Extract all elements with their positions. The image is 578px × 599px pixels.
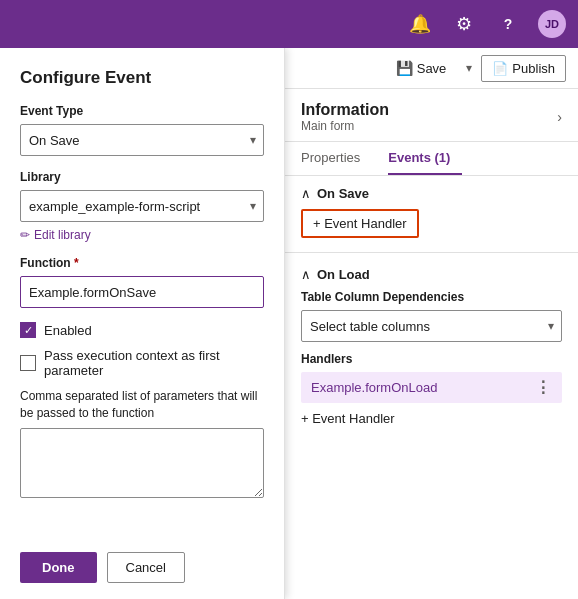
library-select-wrapper: example_example-form-script ▾ bbox=[20, 190, 264, 222]
event-type-select-wrapper: On Save ▾ bbox=[20, 124, 264, 156]
on-save-chevron-icon[interactable]: ∧ bbox=[301, 186, 311, 201]
tab-properties[interactable]: Properties bbox=[301, 142, 372, 175]
on-save-title: On Save bbox=[317, 186, 369, 201]
params-description: Comma separated list of parameters that … bbox=[20, 388, 264, 422]
publish-page-icon: 📄 bbox=[492, 61, 508, 76]
on-load-event-handler-button[interactable]: + Event Handler bbox=[301, 407, 562, 430]
on-save-handler-label: + Event Handler bbox=[313, 216, 407, 231]
bell-icon[interactable]: 🔔 bbox=[406, 10, 434, 38]
library-group: Library example_example-form-script ▾ ✏ … bbox=[20, 170, 264, 242]
on-save-section: ∧ On Save + Event Handler bbox=[285, 176, 578, 248]
pass-context-row: Pass execution context as first paramete… bbox=[20, 348, 264, 378]
params-group: Comma separated list of parameters that … bbox=[20, 388, 264, 501]
save-disk-icon: 💾 bbox=[396, 60, 413, 76]
pencil-icon: ✏ bbox=[20, 228, 30, 242]
event-type-select[interactable]: On Save bbox=[20, 124, 264, 156]
enabled-checkbox[interactable]: ✓ bbox=[20, 322, 36, 338]
params-textarea[interactable] bbox=[20, 428, 264, 498]
library-label: Library bbox=[20, 170, 264, 184]
section-divider bbox=[285, 252, 578, 253]
handler-row: Example.formOnLoad ⋮ bbox=[301, 372, 562, 403]
function-input[interactable] bbox=[20, 276, 264, 308]
info-text: Information Main form bbox=[301, 101, 389, 133]
info-subtitle: Main form bbox=[301, 119, 389, 133]
configure-event-panel: Configure Event Event Type On Save ▾ Lib… bbox=[0, 48, 285, 599]
save-dropdown-button[interactable]: ▾ bbox=[461, 55, 477, 81]
edit-library-link[interactable]: ✏ Edit library bbox=[20, 228, 264, 242]
pass-context-label: Pass execution context as first paramete… bbox=[44, 348, 264, 378]
toolbar: 💾 Save ▾ 📄 Publish bbox=[285, 48, 578, 89]
edit-library-label: Edit library bbox=[34, 228, 91, 242]
on-load-handler-label: + Event Handler bbox=[301, 411, 395, 426]
info-title: Information bbox=[301, 101, 389, 119]
header-bar: 🔔 ⚙ ? JD bbox=[0, 0, 578, 48]
event-type-group: Event Type On Save ▾ bbox=[20, 104, 264, 156]
on-save-header: ∧ On Save bbox=[301, 186, 562, 201]
table-col-select[interactable]: Select table columns bbox=[301, 310, 562, 342]
handlers-label: Handlers bbox=[301, 352, 562, 366]
table-col-label: Table Column Dependencies bbox=[301, 290, 562, 304]
on-load-title: On Load bbox=[317, 267, 370, 282]
save-label: Save bbox=[417, 61, 447, 76]
on-load-chevron-icon[interactable]: ∧ bbox=[301, 267, 311, 282]
table-col-select-wrapper: Select table columns ▾ bbox=[301, 310, 562, 342]
on-load-header: ∧ On Load bbox=[301, 267, 562, 282]
pass-context-checkbox[interactable] bbox=[20, 355, 36, 371]
event-type-label: Event Type bbox=[20, 104, 264, 118]
handler-menu-icon[interactable]: ⋮ bbox=[535, 378, 552, 397]
library-select[interactable]: example_example-form-script bbox=[20, 190, 264, 222]
chevron-right-icon[interactable]: › bbox=[557, 109, 562, 125]
dialog-buttons: Done Cancel bbox=[20, 540, 264, 583]
handler-name: Example.formOnLoad bbox=[311, 380, 437, 395]
publish-label: Publish bbox=[512, 61, 555, 76]
on-load-section: ∧ On Load Table Column Dependencies Sele… bbox=[285, 257, 578, 440]
save-button[interactable]: 💾 Save bbox=[385, 54, 458, 82]
check-icon: ✓ bbox=[24, 325, 33, 336]
tabs-bar: Properties Events (1) bbox=[285, 142, 578, 176]
publish-button[interactable]: 📄 Publish bbox=[481, 55, 566, 82]
info-header: Information Main form › bbox=[301, 101, 562, 133]
right-panel: 💾 Save ▾ 📄 Publish Information Main form… bbox=[285, 48, 578, 599]
done-button[interactable]: Done bbox=[20, 552, 97, 583]
events-content: ∧ On Save + Event Handler ∧ On Load Tabl… bbox=[285, 176, 578, 599]
on-save-event-handler-button[interactable]: + Event Handler bbox=[301, 209, 419, 238]
cancel-button[interactable]: Cancel bbox=[107, 552, 185, 583]
enabled-row: ✓ Enabled bbox=[20, 322, 264, 338]
function-group: Function bbox=[20, 256, 264, 308]
enabled-label: Enabled bbox=[44, 323, 92, 338]
tab-events[interactable]: Events (1) bbox=[388, 142, 462, 175]
info-section: Information Main form › bbox=[285, 89, 578, 142]
gear-icon[interactable]: ⚙ bbox=[450, 10, 478, 38]
avatar[interactable]: JD bbox=[538, 10, 566, 38]
help-icon[interactable]: ? bbox=[494, 10, 522, 38]
configure-event-title: Configure Event bbox=[20, 68, 264, 88]
main-area: Configure Event Event Type On Save ▾ Lib… bbox=[0, 48, 578, 599]
function-label: Function bbox=[20, 256, 264, 270]
